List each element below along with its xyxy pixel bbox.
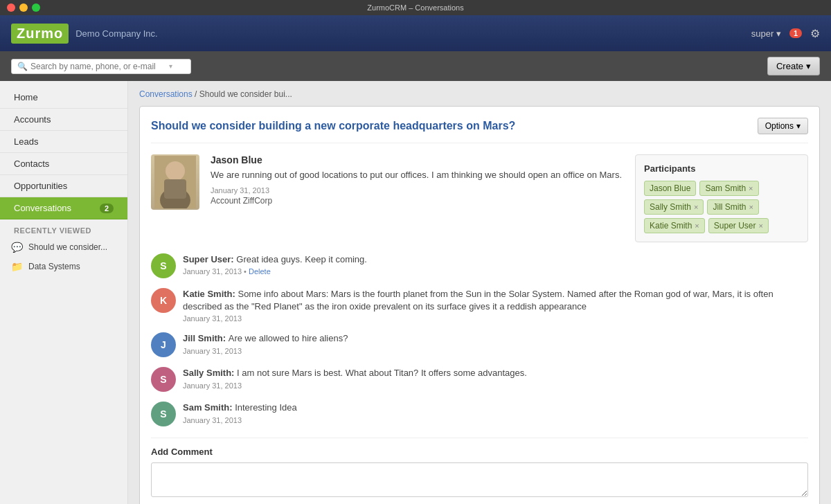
comment-text: Super User: Great idea guys. Keep it com… — [183, 253, 808, 266]
remove-participant-superuser[interactable]: × — [759, 222, 763, 230]
remove-participant-jill[interactable]: × — [749, 203, 753, 211]
participants-title: Participants — [644, 163, 799, 174]
participant-jason-blue: Jason Blue — [644, 181, 696, 196]
comment-item: K Katie Smith: Some info about Mars: Mar… — [151, 288, 808, 323]
participant-name: Sally Smith — [650, 202, 691, 212]
zurmo-logo: Zurmo — [11, 24, 69, 44]
participant-name: Super User — [714, 221, 756, 231]
search-icon: 🔍 — [17, 62, 28, 71]
participant-tags: Jason Blue Sam Smith × Sally Smith × — [644, 181, 799, 233]
comment-message: Interesting Idea — [235, 402, 297, 413]
recent-conversation-label: Should we consider... — [28, 242, 107, 252]
author-avatar — [151, 154, 199, 210]
breadcrumb-parent[interactable]: Conversations — [139, 89, 193, 99]
sidebar-item-accounts[interactable]: Accounts — [0, 109, 127, 131]
comment-author: Sam Smith: — [183, 402, 235, 413]
sidebar: Home Accounts Leads Contacts Opportuniti… — [0, 81, 128, 504]
notification-badge[interactable]: 1 — [789, 28, 802, 38]
breadcrumb: Conversations / Should we consider bui..… — [139, 89, 820, 99]
recent-item-data-systems[interactable]: 📁 Data Systems — [0, 257, 127, 276]
recent-data-systems-label: Data Systems — [28, 262, 80, 271]
comment-meta: January 31, 2013 — [183, 381, 808, 390]
participant-name: Sam Smith — [705, 183, 746, 193]
create-arrow: ▾ — [806, 61, 811, 71]
comment-text: Sam Smith: Interesting Idea — [183, 402, 808, 414]
comment-avatar-sally: S — [151, 367, 176, 392]
minimize-window-btn[interactable] — [19, 3, 28, 12]
comment-meta: January 31, 2013 — [183, 314, 808, 323]
comment-message: Are we allowed to hire aliens? — [229, 333, 348, 343]
search-dropdown-arrow[interactable]: ▾ — [169, 62, 172, 70]
first-post-text: Jason Blue We are running out of good lo… — [211, 154, 624, 210]
post-author: Jason Blue — [211, 154, 624, 165]
close-window-btn[interactable] — [7, 3, 15, 12]
sidebar-item-contacts[interactable]: Contacts — [0, 153, 127, 175]
comment-body-katie: Katie Smith: Some info about Mars: Mars … — [183, 288, 808, 323]
comment-message: Great idea guys. Keep it coming. — [236, 254, 367, 264]
participant-name: Jill Smith — [713, 202, 746, 212]
breadcrumb-separator: / — [195, 89, 199, 99]
comment-body-jill: Jill Smith: Are we allowed to hire alien… — [183, 332, 808, 357]
window-controls[interactable] — [7, 3, 40, 12]
participant-sam-smith: Sam Smith × — [699, 181, 758, 196]
participant-name: Jason Blue — [650, 183, 690, 193]
folder-icon: 📁 — [11, 261, 23, 272]
comment-body-superuser: Super User: Great idea guys. Keep it com… — [183, 253, 808, 278]
participant-sally-smith: Sally Smith × — [644, 199, 704, 215]
remove-participant-sam[interactable]: × — [749, 184, 753, 192]
user-menu[interactable]: super ▾ — [751, 28, 781, 39]
window-title: ZurmoCRM – Conversations — [367, 3, 463, 12]
maximize-window-btn[interactable] — [32, 3, 40, 12]
post-account: Account ZiffCorp — [211, 196, 624, 206]
conversations-badge: 2 — [100, 204, 114, 213]
sidebar-item-home[interactable]: Home — [0, 87, 127, 109]
comment-date: January 31, 2013 — [183, 314, 242, 323]
sidebar-item-conversations[interactable]: Conversations 2 — [0, 197, 127, 219]
comment-item: S Super User: Great idea guys. Keep it c… — [151, 253, 808, 278]
comment-avatar-jill: J — [151, 332, 176, 357]
gear-icon[interactable]: ⚙ — [810, 27, 820, 40]
sidebar-item-opportunities[interactable]: Opportunities — [0, 175, 127, 197]
main-layout: Home Accounts Leads Contacts Opportuniti… — [0, 81, 831, 504]
participants-panel: Participants Jason Blue Sam Smith × Sall… — [635, 154, 808, 242]
comment-date: January 31, 2013 — [183, 416, 242, 424]
user-name: super — [751, 28, 774, 39]
delete-comment-link[interactable]: Delete — [249, 267, 271, 276]
options-arrow: ▾ — [796, 121, 801, 131]
create-button[interactable]: Create ▾ — [767, 57, 820, 75]
comment-meta: January 31, 2013 — [183, 347, 808, 355]
options-label: Options — [765, 121, 794, 131]
comment-text: Jill Smith: Are we allowed to hire alien… — [183, 332, 808, 345]
comment-item: S Sally Smith: I am not sure Mars is bes… — [151, 367, 808, 392]
content-area: Conversations / Should we consider bui..… — [128, 81, 831, 504]
participant-jill-smith: Jill Smith × — [707, 199, 758, 215]
sidebar-item-leads[interactable]: Leads — [0, 131, 127, 153]
search-input[interactable] — [30, 62, 169, 71]
search-left: 🔍 ▾ — [11, 59, 191, 74]
comment-date: January 31, 2013 — [183, 347, 242, 355]
remove-participant-sally[interactable]: × — [694, 203, 698, 211]
meta-separator: • — [244, 267, 249, 276]
comment-author: Katie Smith: — [183, 289, 238, 299]
svg-point-1 — [166, 161, 185, 181]
comment-avatar-sam: S — [151, 402, 176, 426]
participants-section: Participants Jason Blue Sam Smith × Sall… — [635, 154, 808, 242]
comment-date: January 31, 2013 — [183, 267, 242, 276]
participant-name: Katie Smith — [650, 221, 692, 231]
options-button[interactable]: Options ▾ — [758, 118, 808, 134]
comment-author: Sally Smith: — [183, 368, 237, 378]
header-right: super ▾ 1 ⚙ — [751, 27, 820, 40]
comment-body-sam: Sam Smith: Interesting Idea January 31, … — [183, 402, 808, 426]
recent-item-conversation[interactable]: 💬 Should we consider... — [0, 237, 127, 257]
comment-message: Some info about Mars: Mars is the fourth… — [183, 289, 774, 312]
comment-textarea[interactable] — [151, 462, 808, 497]
comment-body-sally: Sally Smith: I am not sure Mars is best.… — [183, 367, 808, 392]
conversation-title: Should we consider building a new corpor… — [151, 120, 515, 132]
comment-item: S Sam Smith: Interesting Idea January 31… — [151, 402, 808, 426]
remove-participant-katie[interactable]: × — [695, 222, 699, 230]
first-post: Jason Blue We are running out of good lo… — [151, 154, 624, 242]
comment-meta: January 31, 2013 — [183, 416, 808, 424]
author-avatar-image — [151, 154, 199, 210]
search-bar: 🔍 ▾ Create ▾ — [0, 51, 831, 81]
first-post-content: Jason Blue We are running out of good lo… — [151, 154, 624, 210]
